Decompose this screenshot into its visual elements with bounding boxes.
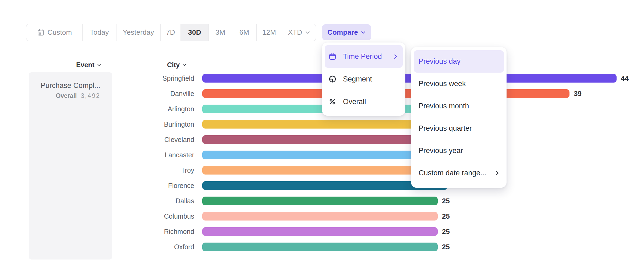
date-range-button-30d[interactable]: 30D	[181, 24, 208, 41]
bar-category-label-arlington: Arlington	[116, 105, 194, 113]
calendar-icon	[37, 29, 45, 36]
menu-item-previous-quarter[interactable]: Previous quarter	[414, 117, 504, 140]
menu-item-segment[interactable]: Segment	[325, 68, 403, 90]
event-column-header-label: Event	[76, 61, 94, 69]
menu-item-previous-month[interactable]: Previous month	[414, 95, 504, 117]
bar-value-label-columbus: 25	[442, 212, 450, 221]
menu-item-previous-week[interactable]: Previous week	[414, 73, 504, 95]
chevron-down-icon	[182, 63, 187, 67]
bar-category-label-burlington: Burlington	[116, 120, 194, 129]
menu-item-label: Overall	[343, 98, 366, 106]
bar-category-label-dallas: Dallas	[116, 197, 194, 205]
bar-category-label-cleveland: Cleveland	[116, 135, 194, 144]
bar-category-label-springfield: Springfield	[116, 74, 194, 83]
bar-category-label-lancaster: Lancaster	[116, 151, 194, 159]
chevron-down-icon	[97, 63, 101, 67]
menu-item-label: Previous week	[419, 80, 466, 88]
segment-pie-icon	[328, 75, 337, 83]
bar-category-label-troy: Troy	[116, 166, 194, 175]
bar-oxford[interactable]	[202, 243, 438, 251]
compare-dropdown-menu: Time PeriodSegmentOverall	[322, 42, 405, 116]
menu-item-custom-date-range[interactable]: Custom date range...	[414, 162, 504, 184]
menu-item-label: Segment	[343, 75, 372, 83]
bar-category-label-oxford: Oxford	[116, 243, 194, 251]
percent-icon	[328, 98, 337, 106]
bar-value-label-springfield: 44	[621, 74, 629, 83]
menu-item-previous-day[interactable]: Previous day	[414, 50, 504, 73]
date-range-button-3m[interactable]: 3M	[208, 24, 232, 41]
chevron-down-icon	[361, 30, 366, 35]
bar-dallas[interactable]	[202, 197, 438, 205]
chevron-down-icon	[305, 30, 310, 35]
event-column-header[interactable]: Event	[76, 60, 101, 70]
bar-value-label-richmond: 25	[442, 227, 450, 236]
bar-value-label-danville: 39	[574, 89, 582, 98]
date-range-button-label: 3M	[215, 28, 225, 37]
date-range-button-6m[interactable]: 6M	[232, 24, 256, 41]
menu-item-label: Previous quarter	[419, 124, 472, 133]
menu-item-label: Previous day	[419, 57, 461, 66]
calendar-icon	[328, 52, 337, 61]
date-range-toolbar: CustomTodayYesterday7D30D3M6M12MXTD	[26, 24, 316, 41]
bar-category-label-columbus: Columbus	[116, 212, 194, 221]
date-range-button-custom[interactable]: Custom	[26, 24, 82, 41]
menu-item-time-period[interactable]: Time Period	[325, 45, 403, 68]
city-column-header[interactable]: City	[167, 60, 187, 70]
bar-value-label-oxford: 25	[442, 243, 450, 251]
compare-button[interactable]: Compare	[322, 24, 371, 40]
menu-item-label: Time Period	[343, 52, 382, 61]
date-range-button-label: 7D	[166, 28, 175, 37]
date-range-button-label: Custom	[48, 28, 72, 37]
menu-item-label: Previous year	[419, 147, 463, 155]
date-range-button-7d[interactable]: 7D	[160, 24, 181, 41]
date-range-button-xtd[interactable]: XTD	[282, 24, 316, 41]
bar-richmond[interactable]	[202, 227, 438, 236]
date-range-button-label: 6M	[239, 28, 249, 37]
date-range-button-today[interactable]: Today	[82, 24, 116, 41]
bar-columbus[interactable]	[202, 212, 438, 221]
date-range-button-label: Yesterday	[123, 28, 154, 37]
date-range-button-label: XTD	[288, 28, 302, 37]
menu-item-label: Custom date range...	[419, 169, 486, 177]
bar-value-label-dallas: 25	[442, 197, 450, 205]
chevron-right-icon	[393, 54, 398, 59]
date-range-button-label: 30D	[188, 28, 201, 37]
bar-florence[interactable]	[202, 181, 447, 190]
bar-category-label-richmond: Richmond	[116, 227, 194, 236]
menu-item-previous-year[interactable]: Previous year	[414, 140, 504, 162]
date-range-button-yesterday[interactable]: Yesterday	[116, 24, 160, 41]
date-range-button-label: 12M	[262, 28, 276, 37]
time-period-submenu: Previous dayPrevious weekPrevious monthP…	[411, 47, 507, 188]
date-range-button-12m[interactable]: 12M	[256, 24, 282, 41]
chevron-right-icon	[494, 170, 500, 176]
bar-category-label-danville: Danville	[116, 89, 194, 98]
date-range-button-label: Today	[90, 28, 109, 37]
menu-item-overall[interactable]: Overall	[325, 90, 403, 113]
bar-springfield[interactable]	[202, 74, 617, 83]
compare-button-label: Compare	[327, 28, 358, 37]
city-column-header-label: City	[167, 61, 180, 69]
bar-category-label-florence: Florence	[116, 181, 194, 190]
menu-item-label: Previous month	[419, 102, 469, 110]
insights-report-canvas: CustomTodayYesterday7D30D3M6M12MXTD Comp…	[0, 0, 644, 270]
